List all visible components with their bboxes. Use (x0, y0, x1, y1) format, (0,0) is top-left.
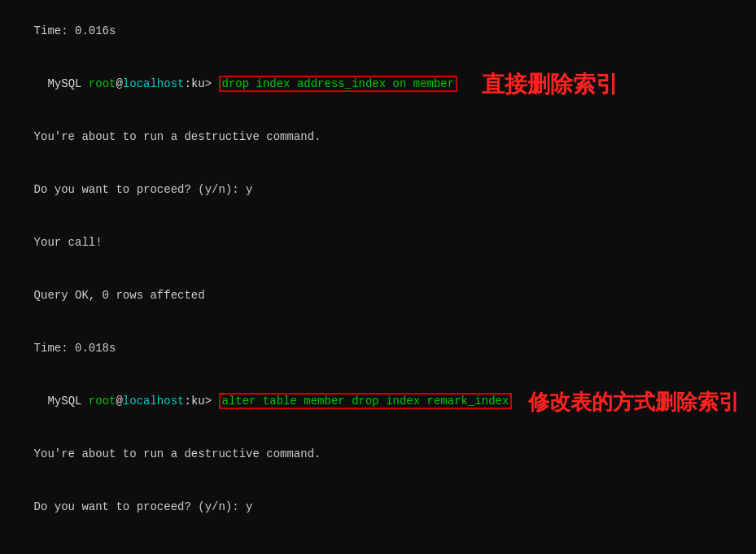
terminal-window: Time: 0.016s MySQL root@localhost:ku> dr… (0, 0, 756, 554)
annotation-2: 修改表的方式删除索引 (528, 386, 740, 418)
line-time2: Time: 0.018s (7, 322, 749, 375)
time1-text: Time: 0.016s (34, 24, 116, 37)
annotation-1: 直接删除索引 (482, 67, 618, 102)
line-prompt2: Do you want to proceed? (y/n): y (7, 482, 749, 534)
line-warn2: You're about to run a destructive comman… (7, 429, 749, 482)
line-time1: Time: 0.016s (7, 5, 749, 58)
line-warn1: You're about to run a destructive comman… (7, 111, 749, 164)
line-cmd2: MySQL root@localhost:ku> alter table mem… (7, 375, 749, 428)
line-cmd1: MySQL root@localhost:ku> drop index addr… (7, 58, 749, 111)
line-yourcall1: Your call! (7, 216, 749, 269)
line-prompt1: Do you want to proceed? (y/n): y (7, 164, 749, 216)
line-yourcall2: Your call! (7, 534, 749, 554)
prompt1-prefix: MySQL root@localhost:ku> drop index addr… (7, 58, 457, 111)
prompt2-prefix: MySQL root@localhost:ku> alter table mem… (7, 375, 512, 428)
line-queryok1: Query OK, 0 rows affected (7, 269, 749, 322)
